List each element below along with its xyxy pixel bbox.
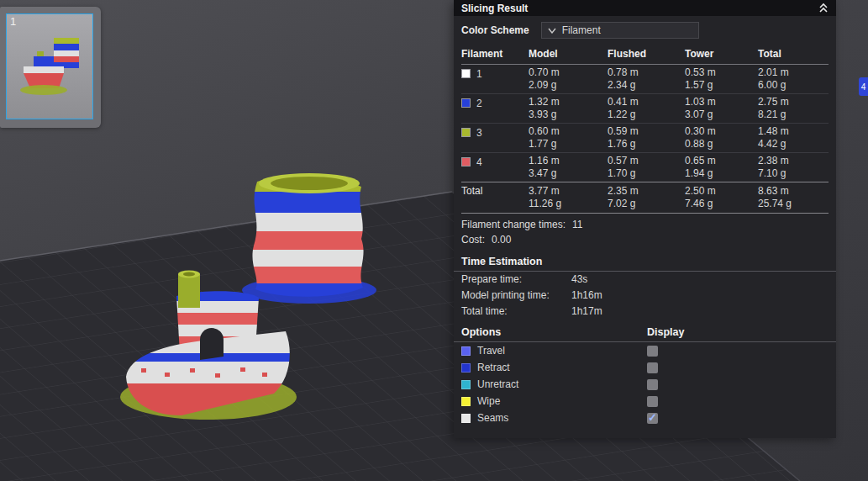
cell-model-m: 1.32 m <box>529 96 608 108</box>
display-checkbox-unretract[interactable] <box>647 379 658 390</box>
cell-flushed-g: 2.34 g <box>608 79 685 92</box>
cell-total-g: 6.00 g <box>758 79 829 92</box>
cell-model-m: 0.70 m <box>529 66 608 79</box>
time-estimation-title: Time Estimation <box>454 256 836 272</box>
cell-tower-m: 0.53 m <box>685 66 758 79</box>
total-tower-g: 7.46 g <box>685 198 758 210</box>
cell-tower-m: 1.03 m <box>685 96 758 108</box>
cell-model-g: 3.47 g <box>529 167 608 180</box>
unretract-label: Unretract <box>477 378 518 390</box>
cell-total-m: 2.01 m <box>758 66 829 79</box>
total-model-m: 3.77 m <box>529 185 608 198</box>
cell-total-g: 7.10 g <box>758 167 829 180</box>
cell-model-g: 1.77 g <box>529 138 608 151</box>
model-printing-time-value: 1h16m <box>571 289 602 302</box>
retract-color-swatch <box>461 363 471 373</box>
option-row-travel: Travel <box>454 342 836 359</box>
time-row-total: Total time: 1h17m <box>454 304 836 320</box>
cell-total-m: 2.38 m <box>758 155 829 167</box>
prepare-time-value: 43s <box>571 273 587 286</box>
cell-total-g: 8.21 g <box>758 108 829 121</box>
filament-row: 2 1.32 m3.93 g 0.41 m1.22 g 1.03 m3.07 g… <box>461 94 829 124</box>
filament-row: 3 0.60 m1.77 g 0.59 m1.76 g 0.30 m0.88 g… <box>461 124 829 153</box>
display-checkbox-wipe[interactable] <box>647 396 658 407</box>
cell-tower-g: 1.94 g <box>685 167 758 180</box>
filament-row: 1 0.70 m2.09 g 0.78 m2.34 g 0.53 m1.57 g… <box>461 65 829 94</box>
cell-flushed-g: 1.22 g <box>608 108 685 121</box>
color-scheme-row: Color Scheme Filament <box>454 16 836 44</box>
filament-color-swatch <box>461 157 471 166</box>
travel-label: Travel <box>477 345 505 357</box>
cell-flushed-m: 0.59 m <box>608 125 685 138</box>
filament-color-swatch <box>461 69 471 78</box>
cost-value: 0.00 <box>492 234 511 246</box>
col-header-tower: Tower <box>685 48 758 60</box>
wipe-label: Wipe <box>477 395 500 407</box>
cost-label: Cost: <box>461 234 485 246</box>
unretract-color-swatch <box>461 380 471 389</box>
panel-header: Slicing Result <box>454 0 836 16</box>
color-scheme-label: Color Scheme <box>461 24 529 36</box>
model-printing-time-label: Model printing time: <box>461 289 571 302</box>
color-scheme-value: Filament <box>562 24 601 36</box>
filament-row: 4 1.16 m3.47 g 0.57 m1.70 g 0.65 m1.94 g… <box>461 153 829 182</box>
cell-flushed-m: 0.78 m <box>608 66 685 79</box>
total-model-g: 11.26 g <box>529 198 608 210</box>
travel-color-swatch <box>461 346 471 356</box>
col-header-total: Total <box>758 48 829 60</box>
total-flushed-g: 7.02 g <box>608 198 685 210</box>
cell-model-g: 2.09 g <box>529 79 608 92</box>
display-checkbox-travel[interactable] <box>647 346 658 357</box>
filament-legend-tab[interactable]: 4 <box>859 77 868 96</box>
filament-color-swatch <box>461 128 471 137</box>
filament-change-row: Filament change times: 11 <box>454 217 836 232</box>
filament-table: Filament Model Flushed Tower Total 1 0.7… <box>461 44 829 214</box>
seams-color-swatch <box>461 414 471 423</box>
panel-title: Slicing Result <box>461 3 528 14</box>
filament-change-label: Filament change times: <box>461 219 566 230</box>
cell-flushed-m: 0.57 m <box>608 155 685 167</box>
cell-tower-m: 0.30 m <box>685 125 758 138</box>
plate-number: 1 <box>10 15 16 28</box>
filament-change-value: 11 <box>572 219 582 230</box>
cell-total-m: 2.75 m <box>758 96 829 108</box>
display-checkbox-retract[interactable] <box>647 362 658 373</box>
time-row-prepare: Prepare time: 43s <box>454 272 836 288</box>
color-scheme-dropdown[interactable]: Filament <box>541 22 699 39</box>
total-total-g: 25.74 g <box>758 198 829 210</box>
filament-id: 1 <box>476 68 482 81</box>
options-title: Options <box>461 326 501 338</box>
total-tower-m: 2.50 m <box>685 185 758 198</box>
col-header-filament: Filament <box>461 48 529 60</box>
display-checkbox-seams[interactable] <box>647 413 658 424</box>
prepare-time-label: Prepare time: <box>461 273 571 286</box>
table-total-row: Total 3.77 m11.26 g 2.35 m7.02 g 2.50 m7… <box>461 182 829 214</box>
filament-color-swatch <box>461 98 471 108</box>
collapse-panel-icon[interactable] <box>818 3 829 13</box>
total-time-value: 1h17m <box>571 305 602 318</box>
table-header-row: Filament Model Flushed Tower Total <box>461 44 829 65</box>
option-row-unretract: Unretract <box>454 376 836 393</box>
total-total-m: 8.63 m <box>758 185 829 198</box>
plate-thumbnail-preview <box>7 14 92 119</box>
cell-total-m: 1.48 m <box>758 125 829 138</box>
time-row-model-printing: Model printing time: 1h16m <box>454 288 836 304</box>
plate-thumbnail[interactable] <box>6 13 93 119</box>
option-row-wipe: Wipe <box>454 393 836 410</box>
cell-flushed-g: 1.70 g <box>608 167 685 180</box>
cell-tower-g: 0.88 g <box>685 138 758 151</box>
filament-id: 4 <box>476 156 482 169</box>
wipe-color-swatch <box>461 397 471 406</box>
total-flushed-m: 2.35 m <box>608 185 685 198</box>
display-column-header: Display <box>647 326 684 338</box>
options-header: Options Display <box>454 326 836 342</box>
filament-id: 2 <box>476 98 482 110</box>
cell-model-g: 3.93 g <box>529 108 608 121</box>
cell-tower-m: 0.65 m <box>685 155 758 167</box>
model-vase[interactable] <box>242 168 376 304</box>
cell-model-m: 0.60 m <box>529 125 608 138</box>
total-label: Total <box>461 185 529 198</box>
cell-flushed-m: 0.41 m <box>608 96 685 108</box>
option-row-seams: Seams <box>454 410 836 426</box>
plate-thumbnail-panel[interactable]: 1 <box>0 7 101 128</box>
